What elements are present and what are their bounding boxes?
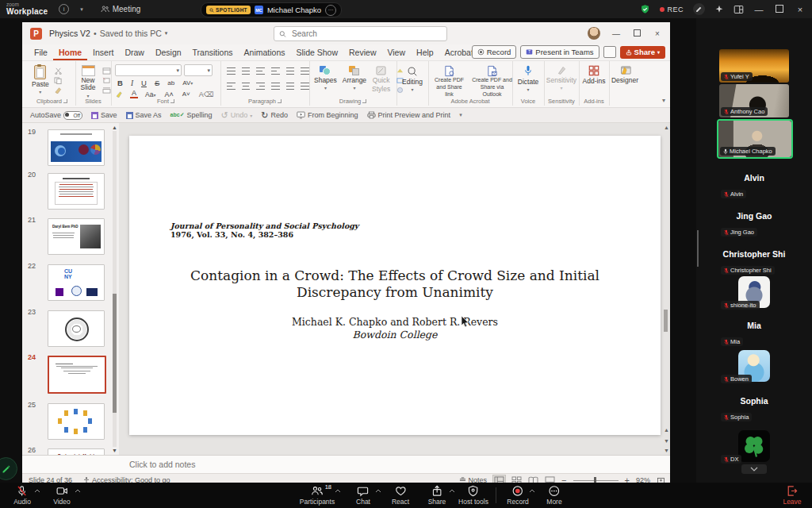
shapes-button[interactable]: Shapes▾: [314, 66, 337, 94]
ppt-minimize-button[interactable]: —: [611, 29, 621, 38]
editing-button[interactable]: Editing▾: [396, 61, 428, 92]
strikethrough-button[interactable]: S: [153, 79, 161, 87]
maximize-button[interactable]: [774, 5, 785, 14]
more-button[interactable]: More: [546, 485, 561, 506]
ppt-maximize-button[interactable]: [632, 29, 642, 38]
tab-home[interactable]: Home: [53, 45, 87, 60]
tab-animations[interactable]: Animations: [239, 45, 291, 60]
slide-thumbnail-24-selected[interactable]: [48, 356, 106, 394]
account-avatar[interactable]: [588, 27, 600, 40]
notes-pane[interactable]: Click to add notes: [22, 455, 670, 473]
autosave-toggle[interactable]: AutoSaveOff: [30, 111, 82, 120]
designer-button[interactable]: Designer: [609, 61, 641, 84]
create-pdf-outlook-button[interactable]: Create PDF andShare via Outlook: [472, 65, 512, 98]
video-options-caret[interactable]: [75, 489, 81, 493]
font-size-dropdown[interactable]: ▾: [184, 64, 213, 76]
tab-draw[interactable]: Draw: [119, 45, 150, 60]
sidebar-scrollbar[interactable]: [697, 230, 699, 267]
audio-options-caret[interactable]: [34, 489, 40, 493]
highlight-pen-icon[interactable]: [116, 90, 124, 98]
tab-file[interactable]: File: [29, 45, 53, 60]
close-button[interactable]: ×: [795, 5, 806, 14]
present-in-teams-button[interactable]: TPresent in Teams: [520, 45, 599, 59]
reset-icon[interactable]: [102, 77, 111, 84]
record-button[interactable]: Record: [507, 485, 528, 506]
ai-companion-icon[interactable]: [714, 5, 724, 14]
print-preview-button[interactable]: Print Preview and Print: [367, 111, 451, 119]
share-options-caret[interactable]: [449, 489, 455, 493]
thumbnail-scrollbar[interactable]: [113, 131, 117, 447]
align-left-icon[interactable]: [227, 82, 236, 90]
slide-thumbnail-19[interactable]: [48, 129, 105, 166]
text-shadow-button[interactable]: ab: [166, 79, 176, 87]
create-pdf-share-link-button[interactable]: Create PDFand Share link: [433, 65, 465, 98]
leave-button[interactable]: Leave: [783, 485, 801, 506]
slide-thumbnail-25[interactable]: [48, 403, 105, 440]
slide-thumbnail-23[interactable]: [48, 310, 105, 347]
participant-tile[interactable]: Jing Gao Jing Gao: [719, 202, 789, 238]
security-shield-icon[interactable]: [640, 4, 650, 14]
chat-options-caret[interactable]: [375, 489, 381, 493]
slide-thumbnail-20[interactable]: [48, 173, 105, 210]
minimize-button[interactable]: —: [753, 5, 764, 14]
quick-styles-button[interactable]: QuickStyles: [372, 66, 390, 94]
increase-indent-icon[interactable]: [271, 67, 280, 75]
slide-thumbnail-22[interactable]: CU NY: [48, 264, 105, 301]
host-tools-button[interactable]: Host tools: [458, 485, 488, 506]
participants-options-caret[interactable]: [335, 489, 341, 493]
info-icon[interactable]: i: [59, 4, 69, 14]
react-button[interactable]: React: [392, 485, 409, 506]
section-icon[interactable]: [102, 87, 111, 94]
share-button[interactable]: Share▾: [620, 46, 665, 59]
tab-slide-show[interactable]: Slide Show: [291, 45, 344, 60]
tab-transitions[interactable]: Transitions: [187, 45, 239, 60]
sidebar-scroll-down-button[interactable]: [741, 464, 767, 474]
tab-help[interactable]: Help: [411, 45, 439, 60]
spelling-button[interactable]: abc✓Spelling: [170, 111, 213, 119]
annotate-pencil-icon[interactable]: [693, 3, 705, 15]
font-name-dropdown[interactable]: ▾: [115, 64, 182, 76]
dictate-button[interactable]: Dictate▾: [512, 61, 544, 92]
align-right-icon[interactable]: [256, 82, 265, 90]
numbering-icon[interactable]: [242, 67, 251, 75]
bold-button[interactable]: B: [116, 79, 124, 87]
qat-overflow-icon[interactable]: ▾: [459, 112, 462, 118]
participant-video-tile-active-speaker[interactable]: Michael Chapko: [717, 119, 793, 159]
text-direction-icon[interactable]: [301, 67, 309, 75]
scroll-down-icon[interactable]: ▼: [664, 448, 669, 453]
collapse-ribbon-icon[interactable]: ▾: [662, 97, 665, 104]
record-options-caret[interactable]: [529, 489, 535, 493]
participant-tile[interactable]: Mia Mia: [719, 311, 789, 348]
participant-tile[interactable]: Christopher Shi Christopher Shi: [719, 240, 789, 276]
document-title[interactable]: Physics V2 • Saved to this PC ▾: [49, 29, 167, 38]
ppt-close-button[interactable]: ×: [653, 29, 662, 38]
participant-avatar-tile[interactable]: shione-ito: [719, 276, 789, 310]
clipboard-dialog-launcher[interactable]: [63, 99, 67, 103]
undo-button[interactable]: ↺Undo▾: [221, 110, 253, 121]
search-input[interactable]: [274, 26, 447, 41]
format-painter-icon[interactable]: [54, 87, 63, 94]
chat-button[interactable]: Chat: [356, 485, 370, 506]
grow-font-button[interactable]: A˄: [163, 90, 174, 98]
drawing-dialog-launcher[interactable]: [362, 99, 366, 103]
participant-tile[interactable]: Sophia Sophia: [719, 387, 789, 423]
slide-thumbnail-21[interactable]: Daryl Bem PhD: [48, 218, 105, 255]
slide-canvas[interactable]: Journal of Personality and Social Psycho…: [129, 136, 661, 435]
cut-icon[interactable]: [54, 67, 63, 75]
shrink-font-button[interactable]: A˅: [181, 90, 192, 98]
tab-insert[interactable]: Insert: [87, 45, 119, 60]
smartart-icon[interactable]: [301, 82, 309, 90]
arrange-button[interactable]: Arrange▾: [343, 66, 366, 94]
paste-button[interactable]: Paste▾: [32, 65, 49, 94]
underline-button[interactable]: U: [140, 79, 148, 87]
slide-thumbnail-26[interactable]: Rashevsky's Model: [48, 448, 105, 455]
comments-icon[interactable]: [603, 46, 616, 58]
clear-formatting-button[interactable]: A⌫: [197, 90, 216, 98]
font-dialog-launcher[interactable]: [170, 99, 174, 103]
justify-icon[interactable]: [271, 82, 280, 90]
video-button[interactable]: Video: [53, 485, 71, 506]
from-beginning-button[interactable]: From Beginning: [297, 111, 358, 119]
spotlight-pill[interactable]: SPOTLIGHT MC Michael Chapko ⋯: [201, 2, 342, 17]
chevron-down-icon[interactable]: ▾: [80, 6, 83, 13]
columns-icon[interactable]: [286, 82, 295, 90]
